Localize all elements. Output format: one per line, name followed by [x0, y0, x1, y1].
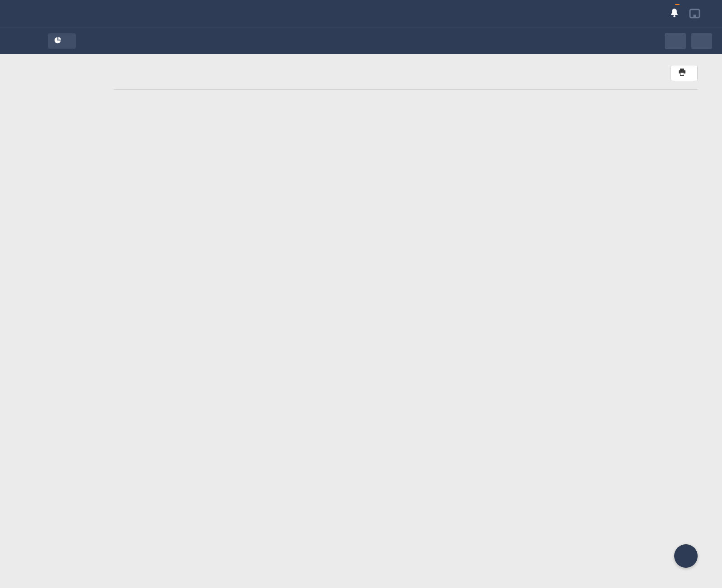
notification-count-badge	[675, 4, 680, 5]
device-icon[interactable]	[689, 9, 700, 18]
bell-icon	[670, 12, 679, 19]
main-panel	[105, 54, 722, 119]
new-crawl-button[interactable]	[665, 33, 686, 49]
sidebar	[0, 54, 105, 119]
main-header	[114, 65, 698, 81]
help-floating-button[interactable]	[674, 544, 698, 568]
project-bar-actions	[665, 33, 712, 49]
printer-icon	[678, 69, 690, 78]
page	[0, 0, 722, 588]
print-button[interactable]	[671, 65, 698, 81]
notifications-button[interactable]	[670, 8, 679, 20]
settings-button[interactable]	[691, 33, 712, 49]
pie-icon	[54, 37, 65, 46]
top-navigation-bar	[0, 0, 722, 27]
tabs	[114, 89, 698, 90]
project-bar	[0, 27, 722, 54]
content	[0, 54, 722, 119]
segment-button[interactable]	[48, 33, 76, 49]
nav-right-cluster	[670, 8, 712, 20]
